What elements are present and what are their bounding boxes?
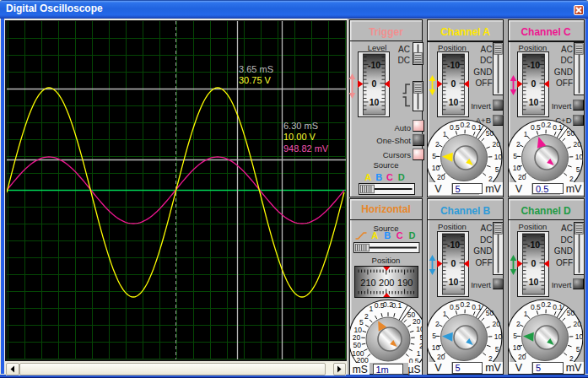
svg-text:6.30 mS: 6.30 mS [283,121,318,131]
svg-text:-10: -10 [446,60,459,70]
svg-text:50: 50 [353,342,361,350]
svg-text:10: 10 [575,153,583,161]
svg-text:10: 10 [432,164,440,172]
svg-text:100: 100 [352,349,364,358]
svg-text:0.1: 0.1 [472,123,482,132]
svg-text:0: 0 [531,78,537,89]
svg-text:10: 10 [529,277,539,287]
svg-text:0.5: 0.5 [530,123,540,132]
svg-text:2: 2 [364,312,369,321]
svg-text:10: 10 [494,332,503,340]
svg-text:10.00 V: 10.00 V [283,132,316,142]
svg-text:20: 20 [573,140,581,148]
svg-text:3.65 mS: 3.65 mS [239,64,273,74]
svg-text:50: 50 [486,129,494,138]
svg-text:-10: -10 [527,239,540,249]
svg-text:10: 10 [416,325,421,333]
svg-text:20: 20 [353,333,361,342]
svg-text:-10: -10 [446,239,459,249]
svg-text:5: 5 [432,332,436,340]
svg-text:10: 10 [494,153,503,161]
svg-text:948.82 mV: 948.82 mV [283,143,329,154]
svg-text:10: 10 [432,343,440,351]
svg-text:10: 10 [575,332,583,340]
svg-text:-10: -10 [368,60,380,70]
svg-text:5: 5 [575,165,580,174]
svg-text:1: 1 [369,305,373,313]
svg-text:1: 1 [523,130,527,138]
svg-text:5: 5 [513,152,517,160]
svg-text:0.1: 0.1 [472,303,482,311]
svg-text:5: 5 [432,152,436,160]
svg-text:10: 10 [512,343,521,351]
svg-text:50: 50 [566,129,575,138]
svg-text:0.2: 0.2 [460,300,470,308]
svg-text:200: 200 [379,278,394,288]
svg-text:0: 0 [450,257,456,267]
svg-text:1: 1 [523,309,527,317]
svg-text:0: 0 [531,257,537,267]
svg-text:2: 2 [435,140,440,148]
svg-text:0.2: 0.2 [541,121,551,129]
svg-text:0.2: 0.2 [460,121,470,129]
svg-text:1: 1 [443,309,447,317]
svg-text:10: 10 [529,97,539,107]
svg-text:10: 10 [370,97,380,107]
svg-text:0: 0 [372,78,377,89]
svg-text:190: 190 [397,278,413,288]
svg-text:0.1: 0.1 [553,303,563,311]
svg-text:0.2: 0.2 [541,300,551,308]
svg-text:0.5: 0.5 [450,123,460,132]
svg-text:10: 10 [512,164,521,172]
svg-text:5: 5 [495,344,499,353]
svg-text:2: 2 [516,140,521,148]
svg-text:0.1: 0.1 [553,123,563,132]
svg-text:0.1: 0.1 [391,301,402,310]
svg-text:50: 50 [566,308,575,316]
svg-text:5: 5 [575,344,580,353]
svg-text:-10: -10 [527,60,540,70]
svg-text:0.5: 0.5 [450,302,460,310]
svg-text:1: 1 [443,130,447,138]
svg-text:0.5: 0.5 [530,302,540,310]
svg-text:5: 5 [359,318,364,327]
svg-text:20: 20 [493,319,501,327]
svg-text:0: 0 [450,78,456,89]
svg-text:210: 210 [360,278,375,288]
svg-text:50: 50 [486,308,494,316]
svg-text:20: 20 [573,319,581,327]
svg-text:30.75 V: 30.75 V [239,75,272,85]
svg-text:5: 5 [513,332,517,340]
svg-text:2: 2 [435,319,440,327]
svg-text:2: 2 [516,319,521,327]
svg-text:2: 2 [419,342,422,350]
svg-text:10: 10 [448,97,458,107]
svg-text:5: 5 [495,165,499,174]
svg-text:5: 5 [419,333,421,342]
svg-text:20: 20 [493,140,501,148]
svg-text:10: 10 [448,277,458,287]
svg-text:10: 10 [353,326,362,334]
